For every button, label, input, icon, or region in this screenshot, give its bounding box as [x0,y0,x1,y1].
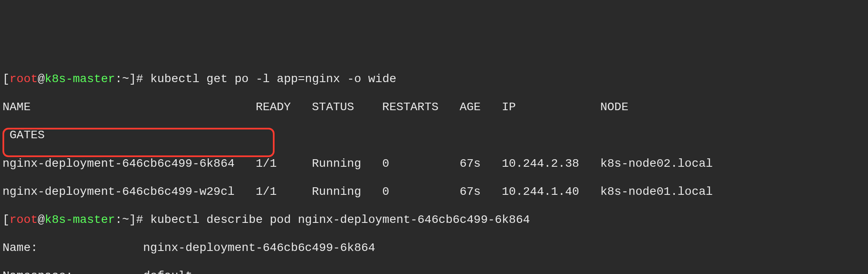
prompt-at: @ [38,213,45,226]
table-row: nginx-deployment-646cb6c499-6k864 1/1 Ru… [3,157,865,171]
prompt-colon: : [115,72,122,85]
terminal-output: { "prompt": { "open": "[", "user": "root… [3,16,865,274]
field-value: default [143,269,193,274]
prompt-line-2: [root@k8s-master:~]# kubectl describe po… [3,213,865,227]
command-text: kubectl describe pod nginx-deployment-64… [150,213,530,226]
field-key: Namespace: [3,269,143,274]
prompt-user: root [10,213,38,226]
bracket-open: [ [3,72,10,85]
prompt-user: root [10,72,38,85]
table-row: nginx-deployment-646cb6c499-w29cl 1/1 Ru… [3,185,865,199]
bracket-open: [ [3,213,10,226]
describe-name: Name: nginx-deployment-646cb6c499-6k864 [3,241,865,255]
prompt-close: ]# [129,72,150,85]
command-text: kubectl get po -l app=nginx -o wide [150,72,396,85]
prompt-path: ~ [122,72,129,85]
prompt-host: k8s-master [45,72,115,85]
prompt-host: k8s-master [45,213,115,226]
prompt-at: @ [38,72,45,85]
describe-namespace: Namespace: default [3,269,865,274]
table-header-2: GATES [3,128,865,142]
field-key: Name: [3,241,143,254]
prompt-colon: : [115,213,122,226]
prompt-close: ]# [129,213,150,226]
prompt-line-1: [root@k8s-master:~]# kubectl get po -l a… [3,72,865,86]
table-header-1: NAME READY STATUS RESTARTS AGE IP NODE [3,100,865,114]
field-value: nginx-deployment-646cb6c499-6k864 [143,241,375,254]
prompt-path: ~ [122,213,129,226]
